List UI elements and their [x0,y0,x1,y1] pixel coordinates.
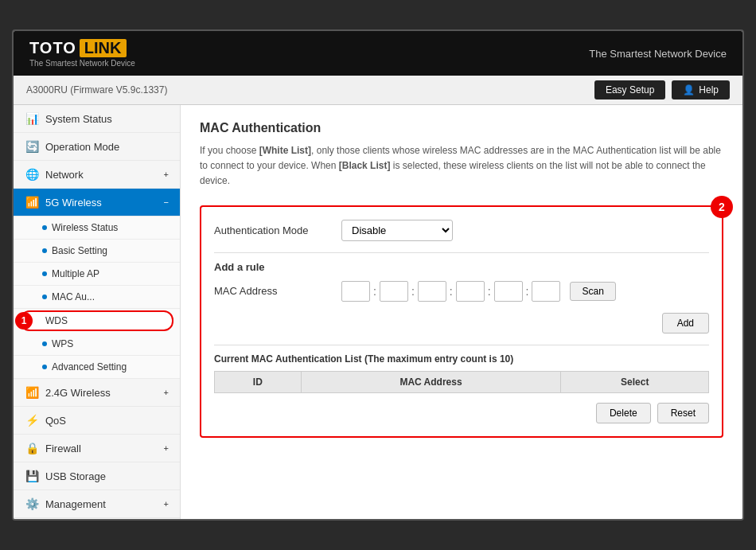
page-title: MAC Authentication [200,121,723,135]
help-button[interactable]: 👤 Help [672,80,730,99]
add-button[interactable]: Add [662,313,709,334]
mac-octet-5[interactable] [494,281,523,302]
dot-icon [42,341,47,346]
logo-tagline: The Smartest Network Device [29,59,135,68]
system-status-icon: 📊 [25,112,39,125]
sidebar-item-firewall-label: Firewall [45,443,81,454]
logo-link: LINK [80,39,127,57]
action-btn-row: Delete Reset [214,403,709,423]
dot-icon [42,295,47,299]
basic-setting-label: Basic Setting [52,245,107,256]
sidebar-subitem-wps[interactable]: WPS [14,333,180,356]
sidebar-item-5g-wireless-label: 5G Wireless [45,197,102,209]
wds-row: 1 WDS [14,310,180,331]
sidebar-item-usb-storage[interactable]: 💾 USB Storage [14,462,180,490]
sidebar-item-operation-mode[interactable]: 🔄 Operation Mode [14,133,180,161]
sidebar-item-network[interactable]: 🌐 Network + [14,161,180,189]
mac-sep-3: : [450,285,453,298]
col-mac: MAC Address [301,371,561,392]
mac-octet-4[interactable] [456,281,485,302]
management-icon: ⚙️ [25,497,39,510]
mac-octet-6[interactable] [532,281,560,302]
table-header-row: ID MAC Address Select [215,371,709,392]
auth-mode-row: Authentication Mode Disable White List B… [214,220,709,241]
mac-auth-label: MAC Au... [52,291,95,302]
add-rule-title: Add a rule [214,261,709,273]
5g-wireless-expand-icon: − [164,197,169,207]
5g-wireless-icon: 📶 [25,196,39,209]
desc-pre: If you choose [200,145,259,156]
scan-button[interactable]: Scan [570,282,615,301]
badge-1: 1 [15,312,33,330]
sidebar-item-2g-wireless-label: 2.4G Wireless [45,387,111,399]
operation-mode-icon: 🔄 [25,140,39,153]
logo-toto: TOTO [29,39,76,57]
mac-input-group: : : : : : Scan [341,281,616,302]
badge-2: 2 [711,196,733,218]
header: TOTO LINK The Smartest Network Device Th… [14,31,742,76]
add-btn-row: Add [214,313,709,334]
network-expand-icon: + [164,170,169,179]
advanced-setting-label: Advanced Setting [52,361,127,373]
easy-setup-button[interactable]: Easy Setup [594,80,665,99]
sidebar-subitem-wireless-status[interactable]: Wireless Status [14,216,180,240]
sidebar-subitem-multiple-ap[interactable]: Multiple AP [14,263,180,286]
sidebar-subitem-basic-setting[interactable]: Basic Setting [14,240,180,263]
2g-wireless-icon: 📶 [25,386,39,399]
reset-button[interactable]: Reset [657,403,709,423]
5g-submenu: Wireless Status Basic Setting Multiple A… [14,216,180,379]
management-expand-icon: + [164,499,169,509]
col-select: Select [561,371,709,392]
black-list-text: [Black List] [339,160,391,171]
sidebar-subitem-wds[interactable]: 1 WDS [20,310,173,331]
topbar-buttons: Easy Setup 👤 Help [594,80,730,99]
mac-auth-table: ID MAC Address Select [214,371,709,393]
sidebar-item-firewall[interactable]: 🔒 Firewall + [14,435,180,462]
sidebar-item-management-label: Management [45,498,106,510]
mac-sep-5: : [526,285,529,298]
sidebar-item-5g-wireless[interactable]: 📶 5G Wireless − [14,189,180,216]
mac-sep-4: : [488,285,491,298]
sidebar-item-qos[interactable]: ⚡ QoS [14,407,180,435]
multiple-ap-label: Multiple AP [52,268,99,279]
sidebar-item-2g-wireless[interactable]: 📶 2.4G Wireless + [14,379,180,407]
firewall-icon: 🔒 [25,442,39,454]
wireless-status-label: Wireless Status [52,222,118,233]
mac-octet-2[interactable] [380,281,408,302]
wps-label: WPS [52,338,73,349]
topbar: A3000RU (Firmware V5.9c.1337) Easy Setup… [14,76,742,105]
network-icon: 🌐 [25,168,39,181]
firewall-expand-icon: + [164,443,169,453]
sidebar-item-system-status-label: System Status [45,113,112,125]
help-label: Help [699,84,719,96]
main-layout: 📊 System Status 🔄 Operation Mode 🌐 Netwo… [14,105,742,519]
mac-octet-1[interactable] [341,281,370,302]
delete-button[interactable]: Delete [596,403,651,423]
help-icon: 👤 [683,84,695,96]
mac-address-row: MAC Address : : : : : Scan [214,281,709,302]
2g-expand-icon: + [164,388,169,397]
sidebar: 📊 System Status 🔄 Operation Mode 🌐 Netwo… [14,105,181,519]
divider [214,252,709,253]
wds-label: WDS [45,315,68,326]
dot-icon [42,225,47,230]
usb-icon: 💾 [25,470,39,482]
content-area: MAC Authentication If you choose [White … [181,105,742,519]
sidebar-subitem-mac-auth[interactable]: MAC Au... [14,286,180,309]
sidebar-item-operation-mode-label: Operation Mode [45,141,119,153]
auth-mode-select[interactable]: Disable White List Black List [341,220,453,241]
sidebar-item-qos-label: QoS [45,415,66,427]
mac-auth-box: 2 Authentication Mode Disable White List… [200,205,723,438]
logo: TOTO LINK The Smartest Network Device [29,39,135,68]
sidebar-item-network-label: Network [45,169,84,181]
sidebar-item-system-status[interactable]: 📊 System Status [14,105,180,133]
header-tagline: The Smartest Network Device [589,48,727,60]
mac-octet-3[interactable] [418,281,446,302]
auth-mode-label: Authentication Mode [214,224,341,236]
sidebar-subitem-advanced-setting[interactable]: Advanced Setting [14,356,180,379]
mac-sep-2: : [411,285,415,298]
col-id: ID [215,371,302,392]
sidebar-item-management[interactable]: ⚙️ Management + [14,490,180,518]
divider2 [214,345,709,345]
list-description: Current MAC Authentication List (The max… [214,353,709,365]
